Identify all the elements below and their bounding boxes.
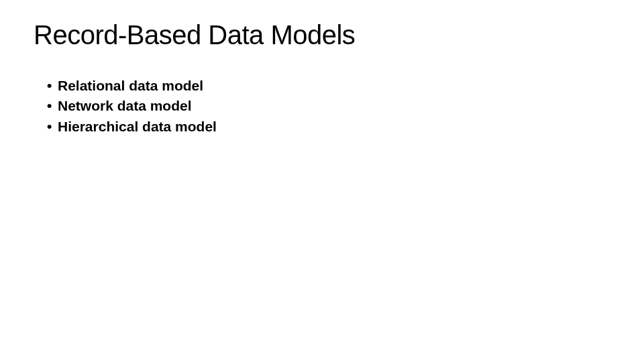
slide-title: Record-Based Data Models xyxy=(34,20,610,50)
list-item: Network data model xyxy=(47,96,610,116)
bullet-list: Relational data model Network data model… xyxy=(34,76,610,137)
list-item: Relational data model xyxy=(47,76,610,96)
list-item: Hierarchical data model xyxy=(47,117,610,137)
